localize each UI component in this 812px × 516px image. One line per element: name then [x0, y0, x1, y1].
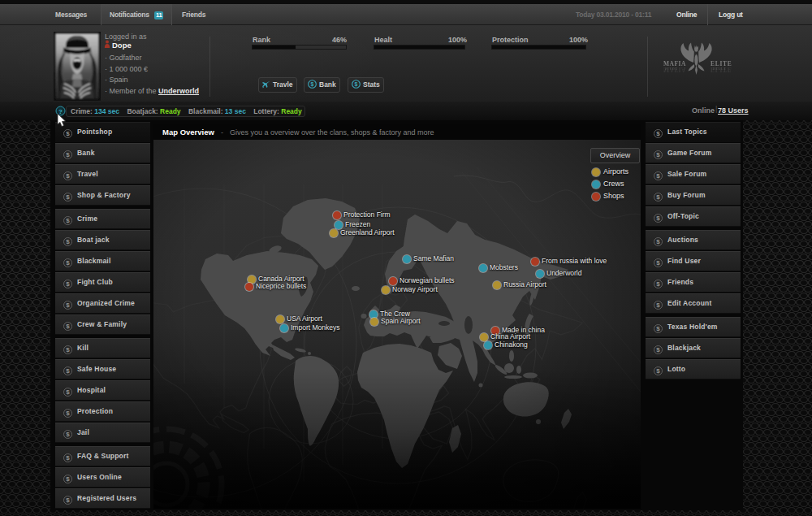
svg-text:$: $ — [311, 81, 314, 88]
svg-text:$: $ — [355, 81, 358, 88]
svg-text:ELITE: ELITE — [710, 66, 732, 73]
svg-text:MAFIA: MAFIA — [663, 66, 686, 73]
